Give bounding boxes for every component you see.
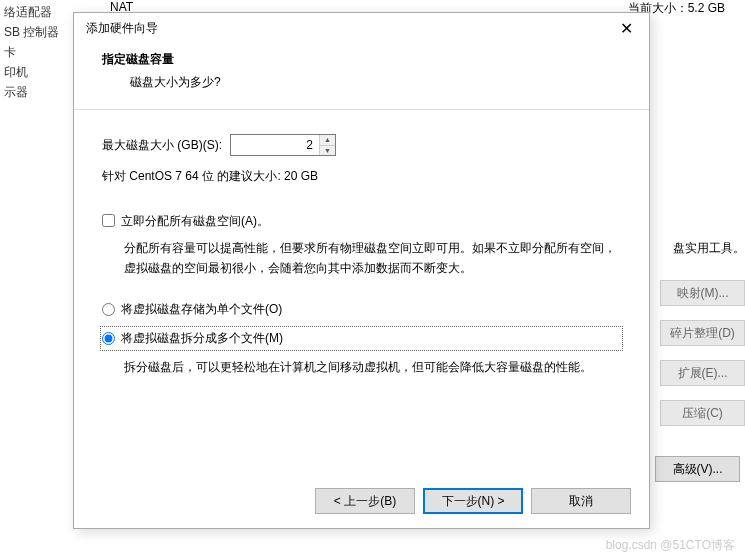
disk-size-label: 最大磁盘大小 (GB)(S): <box>102 137 222 154</box>
dialog-heading: 指定磁盘容量 <box>102 51 621 68</box>
list-item: 印机 <box>4 62 59 82</box>
watermark: blog.csdn @51CTO博客 <box>606 537 735 554</box>
dialog-subheading: 磁盘大小为多少? <box>102 74 621 91</box>
defrag-button[interactable]: 碎片整理(D) <box>660 320 745 346</box>
spinner-down-icon[interactable]: ▼ <box>320 146 335 156</box>
close-icon[interactable]: ✕ <box>612 17 641 40</box>
disk-tool-buttons: 映射(M)... 碎片整理(D) 扩展(E)... 压缩(C) <box>660 280 745 440</box>
disk-size-row: 最大磁盘大小 (GB)(S): ▲ ▼ <box>102 134 621 156</box>
back-button[interactable]: < 上一步(B) <box>315 488 415 514</box>
cancel-button[interactable]: 取消 <box>531 488 631 514</box>
disk-size-input[interactable] <box>231 135 319 155</box>
allocate-now-checkbox-row[interactable]: 立即分配所有磁盘空间(A)。 <box>102 213 621 230</box>
map-button[interactable]: 映射(M)... <box>660 280 745 306</box>
list-item: 示器 <box>4 82 59 102</box>
recommended-size-text: 针对 CentOS 7 64 位 的建议大小: 20 GB <box>102 168 621 185</box>
list-item: SB 控制器 <box>4 22 59 42</box>
advanced-button[interactable]: 高级(V)... <box>655 456 740 482</box>
single-file-radio[interactable] <box>102 303 115 316</box>
dialog-header: 指定磁盘容量 磁盘大小为多少? <box>74 43 649 109</box>
next-button[interactable]: 下一步(N) > <box>423 488 523 514</box>
allocate-now-desc: 分配所有容量可以提高性能，但要求所有物理磁盘空间立即可用。如果不立即分配所有空间… <box>102 238 621 279</box>
list-item: 卡 <box>4 42 59 62</box>
single-file-radio-row[interactable]: 将虚拟磁盘存储为单个文件(O) <box>102 299 621 320</box>
dialog-footer: < 上一步(B) 下一步(N) > 取消 <box>315 488 631 514</box>
allocate-now-label: 立即分配所有磁盘空间(A)。 <box>121 213 269 230</box>
sidebar-list: 络适配器 SB 控制器 卡 印机 示器 <box>0 0 63 104</box>
single-file-label: 将虚拟磁盘存储为单个文件(O) <box>121 301 282 318</box>
allocate-now-checkbox[interactable] <box>102 214 115 227</box>
expand-button[interactable]: 扩展(E)... <box>660 360 745 386</box>
split-file-radio[interactable] <box>102 332 115 345</box>
list-item: 络适配器 <box>4 2 59 22</box>
split-file-label: 将虚拟磁盘拆分成多个文件(M) <box>121 330 283 347</box>
dialog-content: 最大磁盘大小 (GB)(S): ▲ ▼ 针对 CentOS 7 64 位 的建议… <box>74 110 649 407</box>
spinner-up-icon[interactable]: ▲ <box>320 135 335 146</box>
disk-tools-label: 盘实用工具。 <box>673 240 745 257</box>
disk-size-spinner[interactable]: ▲ ▼ <box>230 134 336 156</box>
split-file-radio-row[interactable]: 将虚拟磁盘拆分成多个文件(M) <box>102 328 621 349</box>
compress-button[interactable]: 压缩(C) <box>660 400 745 426</box>
add-hardware-wizard-dialog: 添加硬件向导 ✕ 指定磁盘容量 磁盘大小为多少? 最大磁盘大小 (GB)(S):… <box>73 12 650 529</box>
split-file-desc: 拆分磁盘后，可以更轻松地在计算机之间移动虚拟机，但可能会降低大容量磁盘的性能。 <box>102 357 621 377</box>
dialog-title: 添加硬件向导 <box>86 20 158 37</box>
dialog-titlebar: 添加硬件向导 ✕ <box>74 13 649 43</box>
